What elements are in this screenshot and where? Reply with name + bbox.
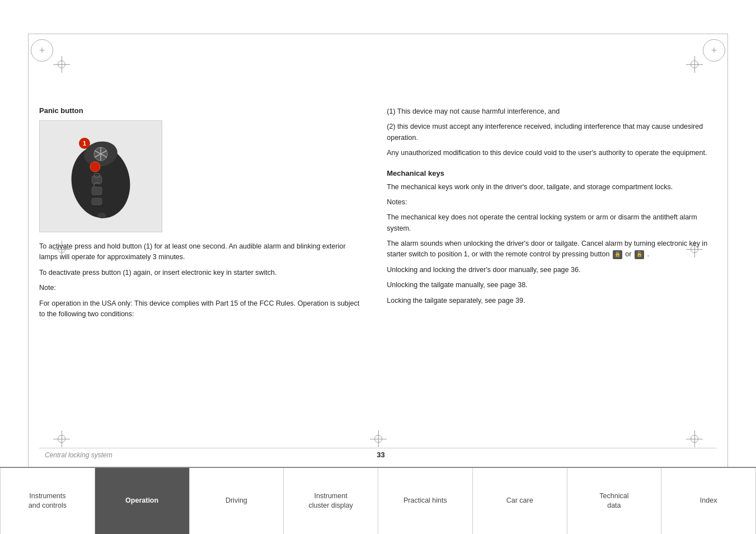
border-top [28, 34, 728, 34]
notes-label: Notes: [387, 197, 717, 208]
svg-rect-9 [92, 187, 102, 195]
border-right [727, 34, 728, 500]
nav-tab-instruments[interactable]: Instrumentsand controls [0, 468, 95, 534]
svg-point-11 [97, 213, 106, 218]
fcc-para1: (1) This device may not cause harmful in… [387, 106, 717, 117]
nav-tab-practical-hints-label: Practical hints [403, 496, 447, 506]
page-number-bar: Central locking system 33 [39, 448, 717, 461]
mech-para5: The mechanical key does not operate the … [387, 212, 717, 234]
nav-tab-car-care-label: Car care [506, 496, 533, 506]
nav-tab-technical-data[interactable]: Technicaldata [567, 468, 662, 534]
right-column: (1) This device may not cause harmful in… [387, 39, 717, 461]
nav-tab-operation[interactable]: Operation [95, 468, 190, 534]
nav-tab-instrument-cluster[interactable]: Instrumentcluster display [284, 468, 378, 534]
left-column: Panic button 1 [39, 39, 364, 461]
nav-tab-car-care[interactable]: Car care [473, 468, 567, 534]
panic-body3: For operation in the USA only: This devi… [39, 298, 364, 320]
nav-tab-driving-label: Driving [226, 496, 247, 506]
fcc-para2: (2) this device must accept any interfer… [387, 121, 717, 143]
nav-tab-index[interactable]: Index [661, 468, 756, 534]
panic-button-heading: Panic button [39, 106, 364, 115]
section-label: Central locking system [39, 451, 377, 459]
mech-para7: Unlocking and locking the driver's door … [387, 265, 717, 275]
nav-tab-technical-data-label: Technicaldata [599, 491, 628, 511]
mech-para6-text: The alarm sounds when unlocking the driv… [387, 240, 707, 258]
nav-tab-instrument-cluster-label: Instrumentcluster display [309, 491, 353, 511]
key-illustration [50, 129, 151, 224]
note-label: Note: [39, 283, 364, 293]
svg-rect-10 [92, 198, 102, 205]
nav-tab-operation-label: Operation [125, 496, 158, 506]
svg-point-6 [90, 162, 100, 172]
fcc-para3: Any unauthorized modification to this de… [387, 148, 717, 158]
mech-para6-end: . [647, 250, 649, 258]
nav-tab-driving[interactable]: Driving [190, 468, 284, 534]
border-left [28, 34, 29, 500]
mechanical-keys-heading: Mechanical keys [387, 169, 717, 177]
mech-para6: The alarm sounds when unlocking the driv… [387, 238, 717, 260]
panic-body2: To deactivate press button (1) again, or… [39, 268, 364, 278]
nav-tab-practical-hints[interactable]: Practical hints [378, 468, 473, 534]
mech-para9: Locking the tailgate separately, see pag… [387, 296, 717, 306]
page: Panic button 1 [0, 0, 756, 534]
unlock-icon: 🔓 [635, 250, 644, 259]
key-image: 1 [39, 120, 162, 232]
content-area: Panic button 1 [39, 39, 717, 461]
nav-bar: Instrumentsand controls Operation Drivin… [0, 467, 756, 534]
panic-body1: To activate press and hold button (1) fo… [39, 241, 364, 263]
mech-para4: The mechanical keys work only in the dri… [387, 182, 717, 193]
button-badge: 1 [79, 138, 90, 149]
lock-icon: 🔒 [613, 250, 622, 259]
nav-tab-index-label: Index [700, 496, 717, 506]
mech-para6-or: or [625, 250, 631, 258]
nav-tab-instruments-label: Instrumentsand controls [29, 491, 67, 511]
page-number: 33 [377, 451, 384, 459]
mech-para8: Unlocking the tailgate manually, see pag… [387, 280, 717, 291]
